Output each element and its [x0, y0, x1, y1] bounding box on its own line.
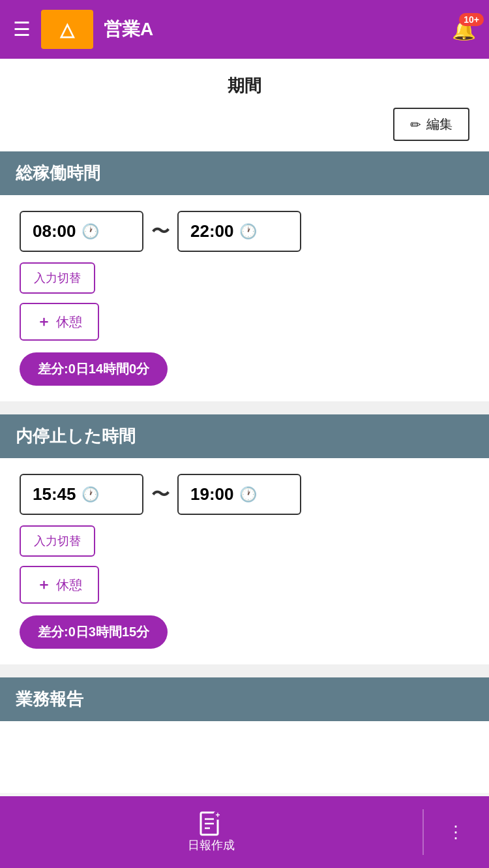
create-report-nav-item[interactable]: + 日報作成 — [0, 811, 422, 853]
start-time-value-1: 08:00 — [33, 221, 76, 241]
start-time-value-2: 15:45 — [33, 484, 76, 504]
notification-button[interactable]: 🔔 10+ — [452, 18, 476, 41]
edit-row: ✏ 編集 — [0, 108, 489, 151]
header-title: 営業A — [104, 17, 452, 42]
edit-button[interactable]: ✏ 編集 — [393, 108, 469, 141]
edit-button-label: 編集 — [426, 116, 452, 133]
start-time-box-1[interactable]: 08:00 🕐 — [20, 211, 143, 252]
clock-icon-1: 🕐 — [82, 223, 99, 240]
more-icon: ⋮ — [447, 822, 466, 843]
input-toggle-button-1[interactable]: 入力切替 — [20, 262, 95, 294]
create-report-label: 日報作成 — [188, 837, 235, 853]
section-gap-2 — [0, 664, 489, 677]
add-break-label-2: 休憩 — [56, 576, 82, 594]
plus-icon-1: ＋ — [37, 312, 51, 332]
main-content: 期間 ✏ 編集 総稼働時間 08:00 🕐 〜 22:00 🕐 入力切替 ＋ 休 — [0, 59, 489, 793]
add-break-label-1: 休憩 — [56, 313, 82, 331]
section-gap-1 — [0, 401, 489, 414]
plus-icon-2: ＋ — [37, 575, 51, 595]
diff-badge-2: 差分:0日3時間15分 — [20, 615, 168, 649]
svg-text:+: + — [215, 811, 220, 820]
time-range-row-2: 15:45 🕐 〜 19:00 🕐 — [20, 474, 469, 515]
section-header-business-report: 業務報告 — [0, 677, 489, 721]
time-range-row-1: 08:00 🕐 〜 22:00 🕐 — [20, 211, 469, 252]
section-header-stopped-time: 内停止した時間 — [0, 414, 489, 458]
add-break-button-2[interactable]: ＋ 休憩 — [20, 566, 99, 604]
clock-icon-3: 🕐 — [82, 486, 99, 503]
notification-badge: 10+ — [459, 13, 484, 26]
end-time-box-1[interactable]: 22:00 🕐 — [177, 211, 301, 252]
tilde-1: 〜 — [151, 219, 170, 244]
input-toggle-button-2[interactable]: 入力切替 — [20, 525, 95, 557]
document-icon: + — [200, 811, 223, 837]
start-time-box-2[interactable]: 15:45 🕐 — [20, 474, 143, 515]
pencil-icon: ✏ — [410, 117, 421, 132]
bottom-nav: + 日報作成 ⋮ — [0, 796, 489, 868]
page-title: 期間 — [0, 59, 489, 108]
hamburger-menu-icon[interactable]: ☰ — [13, 20, 31, 39]
end-time-box-2[interactable]: 19:00 🕐 — [177, 474, 301, 515]
add-break-button-1[interactable]: ＋ 休憩 — [20, 303, 99, 341]
tilde-2: 〜 — [151, 482, 170, 507]
section-header-total-work: 総稼働時間 — [0, 151, 489, 195]
section-body-total-work: 08:00 🕐 〜 22:00 🕐 入力切替 ＋ 休憩 差分:0日14時間0分 — [0, 195, 489, 401]
clock-icon-2: 🕐 — [239, 223, 257, 240]
end-time-value-1: 22:00 — [190, 221, 234, 241]
doc-icon-wrap: + — [200, 811, 223, 837]
end-time-value-2: 19:00 — [190, 484, 234, 504]
more-menu-button[interactable]: ⋮ — [424, 822, 489, 843]
header: ☰ △ 営業A 🔔 10+ — [0, 0, 489, 59]
section-body-stopped-time: 15:45 🕐 〜 19:00 🕐 入力切替 ＋ 休憩 差分:0日3時間15分 — [0, 458, 489, 664]
header-logo: △ — [41, 10, 93, 49]
diff-badge-1: 差分:0日14時間0分 — [20, 352, 168, 386]
clock-icon-4: 🕐 — [239, 486, 257, 503]
